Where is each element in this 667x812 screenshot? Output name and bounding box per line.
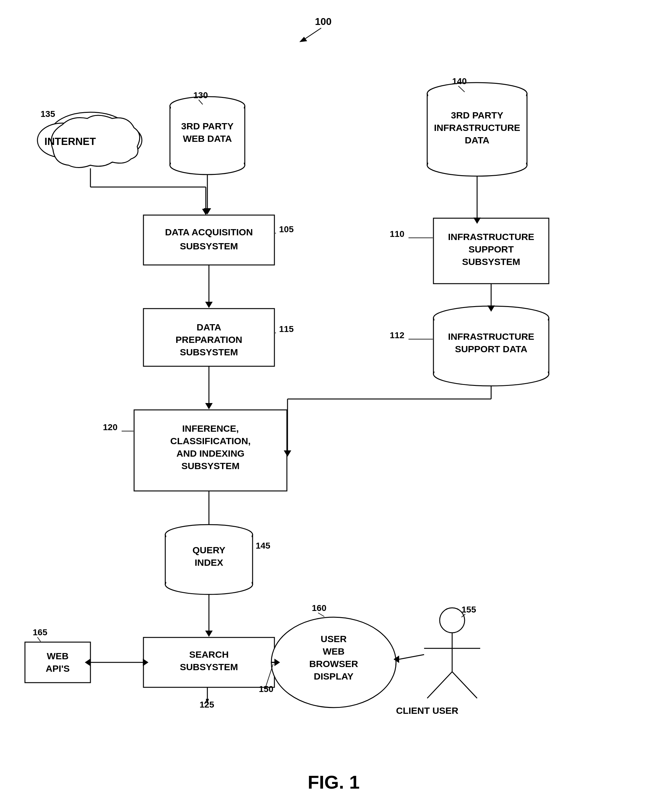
svg-text:INDEX: INDEX: [194, 557, 223, 568]
search-subsystem-box: SEARCH SUBSYSTEM: [143, 638, 274, 687]
svg-text:3RD PARTY: 3RD PARTY: [451, 110, 503, 120]
svg-text:SEARCH: SEARCH: [189, 649, 229, 660]
svg-text:SUBSYSTEM: SUBSYSTEM: [181, 461, 240, 471]
data-preparation-box: DATA PREPARATION SUBSYSTEM: [143, 308, 274, 366]
internet-label: INTERNET: [45, 136, 96, 147]
svg-marker-57: [205, 631, 213, 637]
svg-text:INFRASTRUCTURE: INFRASTRUCTURE: [448, 232, 534, 242]
svg-text:INFRASTRUCTURE: INFRASTRUCTURE: [434, 123, 521, 133]
ref-100-label: 100: [315, 16, 332, 27]
infra-support-subsystem-box: INFRASTRUCTURE SUPPORT SUBSYSTEM: [433, 218, 549, 283]
svg-text:SUBSYSTEM: SUBSYSTEM: [180, 347, 238, 357]
svg-line-87: [452, 672, 477, 698]
infra-data-cylinder: 3RD PARTY INFRASTRUCTURE DATA: [427, 83, 527, 176]
svg-text:WEB DATA: WEB DATA: [183, 133, 232, 144]
client-user-figure: [424, 608, 480, 698]
ref-160: 160: [312, 603, 327, 613]
web-data-cylinder: 3RD PARTY WEB DATA: [170, 97, 245, 174]
svg-text:DATA: DATA: [197, 322, 221, 332]
svg-text:PREPARATION: PREPARATION: [176, 335, 242, 345]
user-browser-display: USER WEB BROWSER DISPLAY: [271, 617, 396, 708]
ref-110: 110: [390, 229, 405, 239]
svg-text:3RD PARTY: 3RD PARTY: [181, 121, 234, 131]
svg-text:WEB: WEB: [323, 646, 345, 656]
svg-line-89: [399, 655, 424, 659]
ref-105: 105: [279, 224, 294, 234]
infra-support-data-cylinder: INFRASTRUCTURE SUPPORT DATA: [433, 306, 549, 386]
svg-text:SUBSYSTEM: SUBSYSTEM: [180, 241, 238, 251]
svg-line-86: [427, 672, 452, 698]
client-user-label: CLIENT USER: [396, 705, 458, 716]
svg-text:CLASSIFICATION,: CLASSIFICATION,: [170, 436, 251, 446]
ref-112: 112: [390, 330, 405, 340]
svg-text:SUBSYSTEM: SUBSYSTEM: [462, 257, 521, 267]
svg-text:API'S: API'S: [45, 663, 70, 674]
diagram-container: 100 INTERNET 135: [0, 0, 667, 812]
svg-line-67: [37, 637, 41, 641]
ref-115: 115: [279, 324, 294, 334]
ref-140: 140: [452, 76, 467, 86]
ref-135: 135: [41, 109, 55, 119]
svg-line-76: [318, 613, 324, 616]
web-apis-box: WEB API'S: [25, 642, 90, 683]
query-index-cylinder: QUERY INDEX: [165, 525, 252, 595]
svg-text:INFERENCE,: INFERENCE,: [182, 423, 239, 434]
ref-130: 130: [193, 90, 208, 100]
ref-120: 120: [103, 423, 118, 432]
svg-text:DISPLAY: DISPLAY: [314, 671, 353, 681]
fig-label: FIG. 1: [308, 772, 360, 793]
svg-text:AND INDEXING: AND INDEXING: [176, 448, 244, 459]
inference-box: INFERENCE, CLASSIFICATION, AND INDEXING …: [134, 410, 287, 491]
svg-text:BROWSER: BROWSER: [309, 659, 358, 669]
svg-text:WEB: WEB: [47, 651, 69, 661]
svg-text:USER: USER: [320, 634, 347, 644]
internet-cloud: INTERNET: [37, 112, 142, 168]
ref-165: 165: [33, 628, 47, 637]
svg-marker-1: [299, 37, 307, 42]
svg-marker-40: [205, 403, 213, 409]
svg-text:DATA: DATA: [465, 135, 489, 145]
svg-text:INFRASTRUCTURE: INFRASTRUCTURE: [448, 331, 534, 341]
svg-text:SUPPORT DATA: SUPPORT DATA: [455, 344, 527, 354]
svg-rect-64: [25, 642, 90, 683]
svg-text:SUPPORT: SUPPORT: [468, 244, 514, 254]
svg-point-83: [440, 608, 465, 633]
svg-text:QUERY: QUERY: [192, 545, 226, 555]
svg-text:DATA ACQUISITION: DATA ACQUISITION: [165, 227, 253, 237]
ref-155: 155: [461, 605, 476, 614]
data-acquisition-box: DATA ACQUISITION SUBSYSTEM: [143, 215, 274, 265]
ref-145: 145: [256, 541, 270, 550]
svg-text:SUBSYSTEM: SUBSYSTEM: [180, 662, 238, 672]
svg-rect-28: [143, 215, 274, 265]
svg-marker-33: [205, 302, 213, 308]
